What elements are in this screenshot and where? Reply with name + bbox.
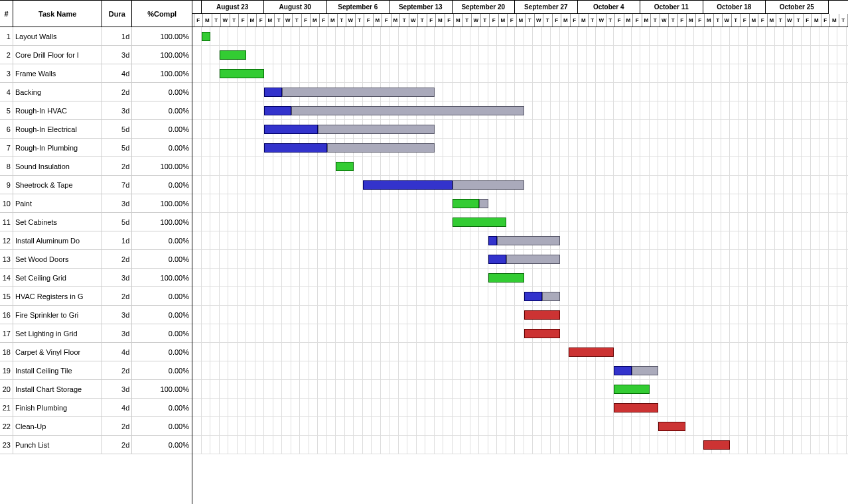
day-header: M [328,14,338,27]
gantt-bar[interactable] [479,199,488,208]
table-row[interactable]: 14Set Ceiling Grid3d100.00% [0,269,192,287]
gantt-bar[interactable] [658,422,685,431]
task-num: 18 [0,343,13,361]
gantt-bar[interactable] [327,143,435,153]
gantt-bar[interactable] [282,88,435,97]
table-row[interactable]: 2Core Drill Floor for I3d100.00% [0,46,192,64]
day-header: W [597,14,606,27]
gantt-bar[interactable] [524,310,560,320]
gantt-row [192,101,848,120]
table-row[interactable]: 10Paint3d100.00% [0,194,192,213]
table-row[interactable]: 8Sound Insulation2d100.00% [0,157,192,176]
task-name: Install Aluminum Do [13,231,103,249]
day-header: M [642,14,652,27]
gantt-bar[interactable] [488,236,498,245]
task-name: Set Ceiling Grid [13,269,103,286]
day-header: M [705,14,714,27]
table-row[interactable]: 12Install Aluminum Do1d0.00% [0,231,192,250]
gantt-bar[interactable] [220,50,247,60]
gantt-bar[interactable] [291,106,524,115]
day-header: W [660,14,670,27]
day-header: W [472,14,481,27]
table-row[interactable]: 6Rough-In Electrical5d0.00% [0,120,192,139]
table-row[interactable]: 16Fire Sprinkler to Gri3d0.00% [0,306,192,324]
table-row[interactable]: 15HVAC Registers in G2d0.00% [0,287,192,306]
gantt-chart: # Task Name Dura %Compl 1Layout Walls1d1… [0,0,848,504]
table-row[interactable]: 4Backing2d0.00% [0,83,192,101]
day-header: F [758,14,768,27]
gantt-timeline: August 23August 30September 6September 1… [192,1,848,504]
table-row[interactable]: 9Sheetrock & Tape7d0.00% [0,176,192,194]
table-row[interactable]: 17Set Lighting in Grid3d0.00% [0,324,192,343]
day-header: W [409,14,419,27]
gantt-bar[interactable] [264,143,327,153]
gantt-bar[interactable] [632,366,659,375]
day-header: M [561,14,571,27]
task-name: HVAC Registers in G [13,287,103,305]
gantt-bar[interactable] [264,125,318,134]
header-completion: %Compl [132,1,192,27]
gantt-bar[interactable] [202,32,211,41]
task-duration: 2d [102,157,132,175]
gantt-row [192,176,848,194]
gantt-bar[interactable] [614,385,650,394]
gantt-bar[interactable] [524,292,542,301]
table-row[interactable]: 22Clean-Up2d0.00% [0,417,192,436]
task-duration: 3d [102,46,132,64]
day-header: T [794,14,804,27]
table-row[interactable]: 7Rough-In Plumbing5d0.00% [0,139,192,157]
table-row[interactable]: 5Rough-In HVAC3d0.00% [0,101,192,120]
task-name: Install Ceiling Tile [13,361,103,379]
task-completion: 100.00% [132,213,192,231]
day-header: F [194,14,204,27]
gantt-bar[interactable] [614,366,632,375]
task-name: Layout Walls [13,27,103,45]
gantt-bar[interactable] [542,292,560,301]
day-header: F [320,14,329,27]
task-num: 20 [0,380,13,398]
task-completion: 0.00% [132,436,192,454]
table-row[interactable]: 13Set Wood Doors2d0.00% [0,250,192,269]
table-row[interactable]: 11Set Cabinets5d100.00% [0,213,192,231]
task-num: 7 [0,139,13,157]
header-task-name: Task Name [13,1,103,27]
table-row[interactable]: 19Install Ceiling Tile2d0.00% [0,361,192,380]
header-duration: Dura [102,1,132,27]
task-completion: 100.00% [132,64,192,82]
table-row[interactable]: 18Carpet & Vinyl Floor4d0.00% [0,343,192,361]
day-header: F [382,14,391,27]
gantt-bar[interactable] [569,347,614,357]
gantt-bar[interactable] [497,236,560,245]
gantt-bar[interactable] [318,125,435,134]
gantt-bar[interactable] [506,255,560,264]
table-row[interactable]: 23Punch List2d0.00% [0,436,192,454]
task-completion: 100.00% [132,27,192,45]
day-header: F [633,14,642,27]
day-header: T [839,14,849,27]
task-completion: 0.00% [132,361,192,379]
gantt-row [192,64,848,83]
table-row[interactable]: 3Frame Walls4d100.00% [0,64,192,83]
table-row[interactable]: 20Install Chart Storage3d100.00% [0,380,192,399]
gantt-bar[interactable] [453,199,480,208]
gantt-bar[interactable] [264,88,282,97]
gantt-bar[interactable] [453,218,506,227]
gantt-bar[interactable] [524,329,560,338]
task-duration: 2d [102,250,132,268]
gantt-bar[interactable] [264,106,291,115]
gantt-bar[interactable] [488,273,524,283]
task-duration: 4d [102,64,132,82]
table-row[interactable]: 1Layout Walls1d100.00% [0,27,192,46]
gantt-bar[interactable] [453,180,524,190]
table-row[interactable]: 21Finish Plumbing4d0.00% [0,399,192,417]
day-header: F [302,14,311,27]
gantt-bar[interactable] [614,403,659,412]
gantt-bar[interactable] [220,69,265,78]
task-duration: 2d [102,83,132,101]
gantt-bar[interactable] [488,255,506,264]
task-num: 22 [0,417,13,435]
gantt-bar[interactable] [703,440,731,450]
gantt-bar[interactable] [336,162,354,171]
gantt-row [192,139,848,157]
gantt-bar[interactable] [363,180,453,190]
